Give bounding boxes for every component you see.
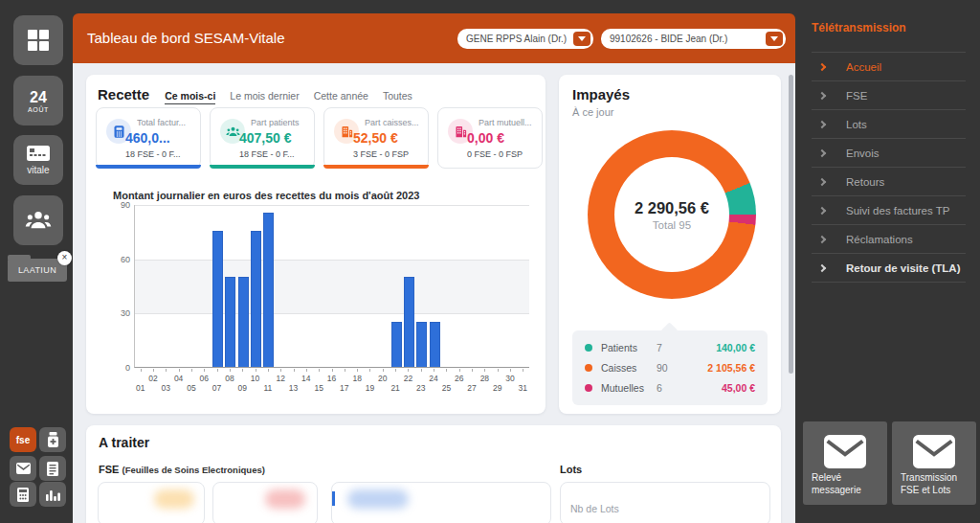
x-tick-label: 03 [162,383,170,393]
x-tick-label: 19 [366,383,374,393]
calendar-button[interactable]: 24 AOÛT [13,76,63,125]
medicine-button[interactable] [39,427,66,452]
menu-item-fse[interactable]: FSE [812,81,966,110]
menu-item-label: Retours [846,176,884,188]
gridline [135,205,529,206]
decorative-blob [265,489,305,509]
menu-item-lots[interactable]: Lots [812,110,966,139]
bar [416,322,427,367]
close-icon[interactable]: × [57,251,72,265]
menu-item-label: Suivi des factures TP [846,205,949,216]
menu-item-envois[interactable]: Envois [812,139,966,168]
fse-subcard-1[interactable] [98,482,205,523]
practitioner-dropdown[interactable]: GENE RPPS Alain (Dr.) [457,29,593,49]
x-tick [421,369,422,372]
calendar-day: 24 [30,89,47,105]
documents-button[interactable] [39,456,66,481]
plot-band [135,260,529,314]
x-tick-label: 13 [289,383,298,393]
recette-title: Recette [98,86,149,102]
stat-card[interactable]: Part caisses...52,50 €3 FSE - 0 FSP [323,107,429,169]
lots-count-input[interactable] [560,482,770,523]
apps-grid-button[interactable] [13,15,63,65]
gridline [135,260,529,261]
stat-card-sub: 18 FSE - 0 F... [239,149,295,159]
action-tile-relev-[interactable]: Relevé messagerie [803,421,887,505]
patient-dropdown[interactable]: 99102626 - BIDE Jean (Dr.) [601,29,786,49]
legend-name: Patients [601,342,657,353]
x-tick-label: 05 [187,383,195,393]
x-tick-label: 04 [174,374,183,383]
patients-button[interactable] [13,195,63,245]
x-tick [306,369,307,372]
messages-button[interactable] [10,456,36,481]
x-tick-label: 25 [442,383,451,393]
x-tick [498,369,499,372]
fse-section-heading: FSE (Feuilles de Soins Electroniques) [99,464,265,475]
y-tick-label: 30 [107,308,130,318]
stat-card[interactable]: Part patients407,50 €18 FSE - 0 F... [210,107,315,169]
legend-count: 90 [657,362,697,374]
stat-card-label: Total factur... [137,118,198,127]
x-tick-label: 14 [301,374,310,383]
x-tick-label: 02 [148,374,157,383]
bar [251,231,261,367]
menu-item-label: Réclamations [846,234,913,245]
page-title: Tableau de bord SESAM-Vitale [87,13,285,63]
x-tick [484,369,485,372]
x-tick-label: 06 [200,374,209,383]
dashboard-header: Tableau de bord SESAM-Vitale GENE RPPS A… [73,13,795,63]
bar-chart-plot: 0306090 [134,205,529,368]
menu-item-accueil[interactable]: Accueil [812,53,966,81]
action-tile-label: Transmission FSE et Lots [901,471,957,496]
action-tile-transmission[interactable]: Transmission FSE et Lots [892,421,976,505]
x-tick-label: 18 [352,374,361,383]
pill-bottle-icon [47,432,59,447]
stat-card[interactable]: Total factur...460,0...18 FSE - 0 F... [96,107,201,169]
chevron-down-icon[interactable] [766,32,783,46]
donut-center-value: 2 290,56 € [635,199,709,217]
recette-tab[interactable]: Le mois dernier [230,90,299,104]
menu-item-label: Envois [846,148,880,159]
scrollbar-thumb[interactable] [789,75,793,374]
vitale-card-button[interactable]: vitale [13,135,63,185]
fse-subcard-3[interactable] [331,482,551,523]
dashboard-panel: Recette Ce mois-ciLe mois dernierCette a… [73,63,795,523]
menu-item-retours[interactable]: Retours [812,168,966,196]
stat-card-row: Total factur...460,0...18 FSE - 0 F...Pa… [96,107,543,169]
stat-card-accent-bar [210,165,315,169]
fse-subcard-2[interactable] [212,482,318,523]
menu-item-retour-de-visite-tla[interactable]: Retour de visite (TLA) [812,254,966,283]
bar [225,277,235,367]
action-tile-label: Relevé messagerie [812,471,861,496]
patient-tab[interactable]: LAATIUN × [8,259,67,282]
x-tick [408,369,409,372]
decorative-blob [347,489,409,509]
calculator-button[interactable] [10,482,36,507]
legend-name: Mutuelles [601,382,657,394]
x-tick-label: 30 [505,374,514,383]
bar-chart-xaxis: 0102030405060708091011121314151617181920… [134,369,529,394]
y-tick-label: 90 [107,200,130,210]
fse-tile-button[interactable]: fse [10,427,36,452]
stat-card[interactable]: Part mutuell...0,00 €0 FSE - 0 FSP [437,107,543,169]
menu-item-suivi-des-factures-tp[interactable]: Suivi des factures TP [812,196,966,225]
recette-tab[interactable]: Toutes [383,90,412,104]
menu-item-r-clamations[interactable]: Réclamations [812,225,966,254]
teletransmission-menu: AccueilFSELotsEnvoisRetoursSuivi des fac… [812,52,966,283]
x-tick-label: 01 [136,383,145,393]
chevron-right-icon [818,206,826,214]
recette-tab[interactable]: Ce mois-ci [165,90,215,104]
bar [404,277,414,367]
recette-tab[interactable]: Cette année [314,90,368,104]
stat-card-accent-bar [323,165,429,169]
impayes-donut-chart: 2 290,56 € Total 95 [588,130,756,299]
stat-card-accent-bar [96,165,201,169]
x-tick [268,369,269,372]
lots-section-heading: Lots [560,464,582,475]
x-tick [345,369,345,372]
stat-card-value: 407,50 € [239,130,292,146]
stat-card-value: 0,00 € [467,130,504,146]
statistics-button[interactable] [39,482,66,507]
chevron-down-icon[interactable] [573,32,590,46]
